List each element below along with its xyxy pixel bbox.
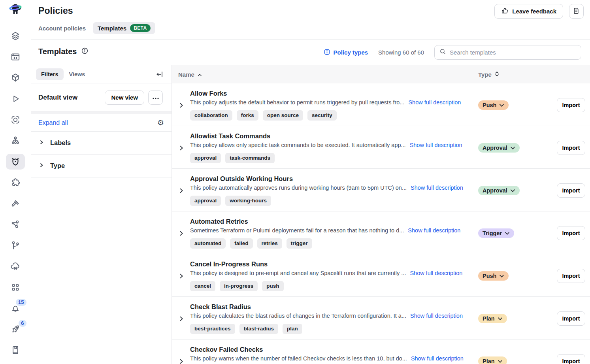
filter-section-type[interactable]: Type — [31, 155, 172, 177]
show-full-description-link[interactable]: Show full description — [410, 141, 462, 149]
sidebar-item-webhooks[interactable] — [0, 214, 31, 235]
show-full-description-link[interactable]: Show full description — [408, 99, 461, 106]
template-title[interactable]: Allow Forks — [190, 90, 478, 97]
tab-account-policies[interactable]: Account policies — [35, 23, 89, 34]
filter-section-labels[interactable]: Labels — [31, 132, 172, 155]
expand-row-chevron-icon[interactable] — [178, 145, 190, 151]
column-header-name[interactable]: Name — [178, 71, 478, 78]
show-full-description-link[interactable]: Show full description — [410, 270, 462, 277]
puzzle-icon — [6, 175, 25, 190]
label-tag[interactable]: collaboration — [190, 110, 232, 121]
type-badge-label: Plan — [483, 315, 495, 322]
policy-types-link[interactable]: Policy types — [324, 49, 368, 57]
import-button[interactable]: Import — [557, 269, 585, 283]
template-title[interactable]: Check Blast Radius — [190, 303, 478, 311]
expand-row-chevron-icon[interactable] — [178, 230, 190, 236]
search-box — [434, 45, 581, 60]
ellipsis-icon — [153, 94, 159, 100]
templates-toolbar: Templates Policy types Showing 60 of 60 — [31, 40, 590, 65]
label-tag[interactable]: approval — [190, 196, 221, 206]
launchpad-count-badge: 6 — [19, 320, 26, 327]
label-tag[interactable]: best-practices — [190, 324, 235, 334]
tab-views[interactable]: Views — [64, 68, 91, 80]
import-button[interactable]: Import — [557, 183, 585, 198]
showing-count: Showing 60 of 60 — [378, 49, 424, 56]
import-button[interactable]: Import — [557, 226, 585, 240]
info-icon[interactable] — [81, 47, 88, 56]
expand-row-chevron-icon[interactable] — [178, 273, 190, 279]
expand-all-link[interactable]: Expand all — [38, 119, 68, 126]
sidebar-item-launchpad[interactable]: 6 — [0, 319, 31, 339]
page-header: Policies Account policies Templates BETA… — [31, 0, 590, 40]
expand-row-chevron-icon[interactable] — [178, 358, 190, 364]
show-full-description-link[interactable]: Show full description — [410, 312, 463, 319]
type-badge[interactable]: Approval — [478, 143, 520, 153]
label-tag[interactable]: cancel — [190, 281, 215, 291]
column-header-type[interactable]: Type — [478, 71, 557, 78]
type-badge[interactable]: Push — [478, 271, 509, 281]
table-row: Allowlist Task Commands This policy allo… — [172, 126, 590, 169]
search-icon — [439, 48, 446, 57]
sidebar-item-resources[interactable] — [0, 67, 31, 88]
template-title[interactable]: Cancel In-Progress Runs — [190, 260, 478, 268]
type-badge[interactable]: Trigger — [478, 228, 514, 238]
sidebar-item-runs[interactable] — [0, 88, 31, 109]
leave-feedback-button[interactable]: Leave feedback — [494, 4, 563, 19]
label-tag[interactable]: open source — [263, 110, 303, 121]
label-tag[interactable]: task-commands — [225, 153, 275, 163]
search-input[interactable] — [450, 49, 576, 56]
sidebar-item-vcs[interactable] — [0, 235, 31, 256]
collapse-panel-button[interactable] — [156, 70, 164, 78]
import-button[interactable]: Import — [557, 354, 585, 364]
expand-row-chevron-icon[interactable] — [178, 102, 190, 108]
sidebar-item-drift-detection[interactable] — [0, 109, 31, 130]
label-tag[interactable]: trigger — [287, 238, 312, 249]
type-badge[interactable]: Plan — [478, 314, 507, 323]
sidebar-item-apps[interactable] — [0, 277, 31, 298]
template-title[interactable]: Allowlist Task Commands — [190, 132, 478, 140]
label-tag[interactable]: plan — [283, 324, 302, 334]
type-badge[interactable]: Push — [478, 100, 509, 110]
sidebar-item-worker-pools[interactable] — [0, 193, 31, 214]
show-full-description-link[interactable]: Show full description — [408, 227, 460, 234]
sidebar-item-stacks[interactable] — [0, 25, 31, 46]
release-notes-button[interactable] — [569, 4, 584, 19]
label-tag[interactable]: automated — [190, 238, 226, 249]
type-badge[interactable]: Plan — [478, 356, 507, 364]
filter-settings-gear-icon[interactable]: ⚙ — [157, 119, 164, 126]
view-options-button[interactable] — [148, 91, 163, 105]
template-title[interactable]: Checkov Failed Checks — [190, 346, 478, 353]
label-tag[interactable]: retries — [257, 238, 282, 249]
import-button[interactable]: Import — [557, 98, 585, 112]
label-tag[interactable]: push — [262, 281, 283, 291]
new-view-button[interactable]: New view — [105, 91, 144, 105]
sidebar-item-policies[interactable] — [0, 151, 31, 172]
label-tag[interactable]: in-progress — [220, 281, 258, 291]
sidebar-item-documentation[interactable] — [0, 339, 31, 360]
cube-icon — [6, 70, 25, 86]
template-title[interactable]: Approval Outside Working Hours — [190, 175, 478, 183]
label-tag[interactable]: failed — [230, 238, 253, 249]
import-button[interactable]: Import — [557, 141, 585, 155]
show-full-description-link[interactable]: Show full description — [411, 355, 464, 362]
show-full-description-link[interactable]: Show full description — [411, 184, 463, 191]
sidebar-item-cloud-integrations[interactable] — [0, 256, 31, 277]
expand-row-chevron-icon[interactable] — [178, 316, 190, 322]
expand-row-chevron-icon[interactable] — [178, 188, 190, 194]
label-tag[interactable]: approval — [190, 153, 221, 163]
label-tag[interactable]: security — [307, 110, 337, 121]
label-tag[interactable]: forks — [237, 110, 258, 121]
tab-filters[interactable]: Filters — [36, 68, 64, 80]
spacelift-logo[interactable] — [8, 2, 23, 21]
label-tag[interactable]: blast-radius — [239, 324, 279, 334]
sidebar-item-spaces[interactable] — [0, 130, 31, 151]
template-title[interactable]: Automated Retries — [190, 218, 478, 225]
sort-asc-icon — [198, 71, 202, 78]
label-tag[interactable]: working-hours — [225, 196, 271, 206]
sidebar-item-integrations[interactable] — [0, 172, 31, 193]
sidebar-item-notifications[interactable]: 15 — [0, 298, 31, 319]
import-button[interactable]: Import — [557, 311, 585, 326]
type-badge[interactable]: Approval — [478, 186, 520, 195]
sidebar-item-blueprints[interactable] — [0, 46, 31, 67]
tab-templates[interactable]: Templates BETA — [93, 22, 155, 34]
